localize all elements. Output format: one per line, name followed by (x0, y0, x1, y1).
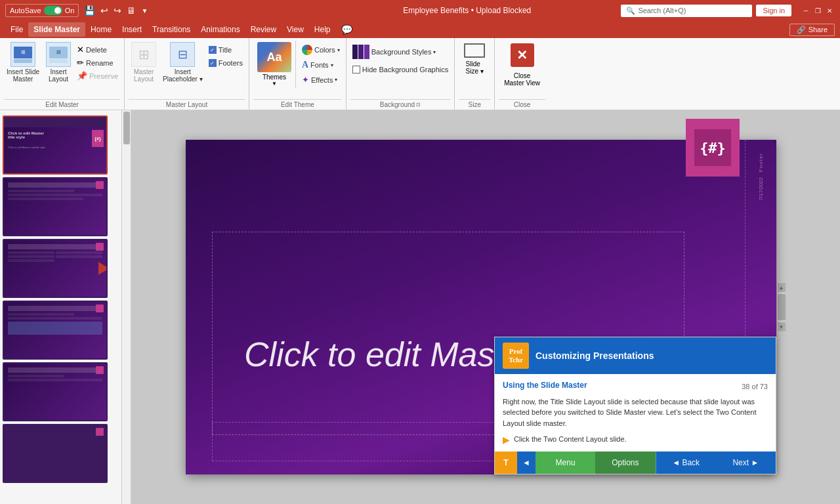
play-icon: ▶ (503, 434, 510, 445)
master-layout-button[interactable]: ⊞ MasterLayout (129, 41, 159, 84)
background-styles-button[interactable]: Background Styles ▾ (350, 43, 450, 60)
themes-arrow: ▼ (272, 81, 277, 87)
close-master-view-button[interactable]: ✕ CloseMaster View (499, 41, 545, 89)
share-button[interactable]: 🔗 Share (789, 24, 835, 36)
slide-panel-scrollbar[interactable] (121, 110, 131, 504)
hide-bg-graphics-checkbox[interactable] (352, 66, 360, 74)
main-area: Click to edit Mastertitle style Click to… (0, 110, 840, 504)
footers-checkbox-row[interactable]: ✓ Footers (207, 58, 245, 68)
menu-help[interactable]: Help (309, 22, 336, 37)
canvas-right-scrollbar[interactable]: ▲ ▼ (776, 282, 786, 332)
effects-arrow: ▾ (335, 77, 337, 83)
title-checkbox-row[interactable]: ✓ Title (207, 45, 245, 55)
autosave-badge[interactable]: AutoSave On (5, 4, 79, 17)
menu-view[interactable]: View (282, 22, 309, 37)
footer-text: Footer (758, 153, 764, 172)
insert-slide-master-button[interactable]: ⊞ Insert SlideMaster (4, 41, 42, 84)
themes-icon (257, 42, 291, 72)
close-buttons: ✕ CloseMaster View (499, 41, 545, 98)
menu-transitions[interactable]: Transitions (147, 22, 196, 37)
minimize-button[interactable]: ─ (801, 5, 811, 16)
slide-thumb-6[interactable] (3, 424, 108, 483)
slide-size-button[interactable]: SlideSize ▾ (459, 41, 490, 77)
slide-thumb-5[interactable] (3, 362, 108, 421)
close-button[interactable]: ✕ (824, 5, 835, 16)
close-label: Close (499, 99, 545, 110)
preserve-button[interactable]: 📌 Preserve (75, 70, 120, 82)
ribbon-group-edit-master: ⊞ Insert SlideMaster ⊟ InsertLayout ✕ De… (0, 38, 125, 110)
master-layout-checkboxes: ✓ Title ✓ Footers (207, 45, 245, 68)
slide-thumb-1[interactable]: Click to edit Mastertitle style Click to… (3, 116, 108, 175)
insert-slide-master-icon: ⊞ (10, 42, 35, 67)
master-layout-label: MasterLayout (134, 68, 154, 83)
effects-button[interactable]: ✦ Effects ▾ (300, 74, 342, 86)
tutorial-header: ProfTchr Customizing Presentations (495, 337, 776, 374)
tutorial-title: Customizing Presentations (536, 350, 654, 361)
thumb-2-line1 (8, 182, 102, 188)
restore-button[interactable]: ❐ (812, 5, 823, 16)
thumb-5-line2 (8, 375, 64, 377)
hash-badge-text: {#} (694, 129, 731, 166)
thumb-2-line2 (8, 190, 74, 192)
tutorial-back-button[interactable]: ◄ Back (656, 452, 716, 474)
insert-placeholder-button[interactable]: ⊟ InsertPlaceholder ▾ (160, 41, 205, 84)
menu-review[interactable]: Review (245, 22, 282, 37)
search-icon: 🔍 (626, 7, 635, 15)
search-placeholder: Search (Alt+Q) (638, 7, 686, 14)
redo-icon[interactable]: ↪ (114, 5, 121, 16)
menu-home[interactable]: Home (85, 22, 117, 37)
slide-size-label: SlideSize ▾ (466, 60, 484, 75)
sign-in-button[interactable]: Sign in (756, 5, 791, 16)
background-expand-icon[interactable]: ⊡ (416, 102, 421, 108)
close-master-view-icon: ✕ (511, 43, 534, 67)
undo-icon[interactable]: ↩ (100, 5, 108, 16)
autosave-toggle[interactable] (44, 6, 62, 15)
autosave-label: AutoSave (10, 7, 41, 14)
customize-arrow[interactable]: ▼ (141, 7, 148, 14)
tutorial-next-button[interactable]: Next ► (716, 452, 776, 474)
tutorial-options-button[interactable]: Options (595, 452, 655, 474)
fonts-label: Fonts (310, 61, 329, 69)
search-bar[interactable]: 🔍 Search (Alt+Q) (621, 5, 752, 17)
fonts-icon: A (302, 60, 308, 70)
slide-thumb-3[interactable] (3, 239, 108, 298)
master-layout-label-bottom: Master Layout (129, 99, 245, 110)
tutorial-instruction: ▶ Click the Two Content Layout slide. (503, 434, 768, 445)
save-icon[interactable]: 💾 (84, 5, 95, 16)
size-buttons: SlideSize ▾ (459, 41, 490, 98)
menu-file[interactable]: File (5, 22, 28, 37)
menu-slide-master[interactable]: Slide Master (28, 22, 85, 37)
title-bar-left: AutoSave On 💾 ↩ ↪ 🖥 ▼ (5, 4, 313, 17)
menu-animations[interactable]: Animations (196, 22, 245, 37)
footers-checkbox[interactable]: ✓ (209, 59, 217, 67)
slide-panel: Click to edit Mastertitle style Click to… (0, 110, 131, 504)
themes-button[interactable]: Themes ▼ (253, 41, 296, 88)
insert-layout-icon: ⊟ (46, 42, 71, 67)
slide-canvas[interactable]: {#} Footer 7/17/2022 Click to edit Maste… (186, 140, 776, 474)
menu-insert[interactable]: Insert (117, 22, 147, 37)
tutorial-t-icon: T (495, 452, 517, 474)
display-icon[interactable]: 🖥 (127, 5, 136, 16)
background-label: Background ⊡ (350, 99, 450, 110)
rename-button[interactable]: ✏ Rename (75, 56, 120, 69)
comment-button[interactable]: 💬 (341, 24, 352, 35)
insert-layout-button[interactable]: ⊟ InsertLayout (43, 41, 74, 84)
ribbon: ⊞ Insert SlideMaster ⊟ InsertLayout ✕ De… (0, 38, 840, 110)
thumb-1-badge: {#} (92, 130, 104, 147)
tutorial-back-arrow-icon[interactable]: ◄ (517, 452, 536, 474)
tutorial-instruction-text: Click the Two Content Layout slide. (514, 434, 627, 445)
thumb-1-subtitle: Click to edit Master subtitle style (4, 143, 106, 152)
slide-thumb-2[interactable] (3, 177, 108, 236)
thumb-5-line1 (8, 368, 102, 373)
delete-button[interactable]: ✕ Delete (75, 43, 120, 56)
canvas-scroll-thumb (778, 294, 786, 320)
fonts-button[interactable]: A Fonts ▾ (300, 58, 342, 72)
hide-bg-graphics-row[interactable]: Hide Background Graphics (350, 64, 450, 75)
colors-button[interactable]: Colors ▾ (300, 43, 342, 56)
thumb-2-badge (96, 181, 104, 189)
thumb-5-badge (96, 366, 104, 374)
slide-thumb-4[interactable] (3, 301, 108, 360)
delete-label: Delete (86, 46, 107, 54)
tutorial-menu-button[interactable]: Menu (536, 452, 595, 474)
title-checkbox[interactable]: ✓ (209, 46, 217, 54)
